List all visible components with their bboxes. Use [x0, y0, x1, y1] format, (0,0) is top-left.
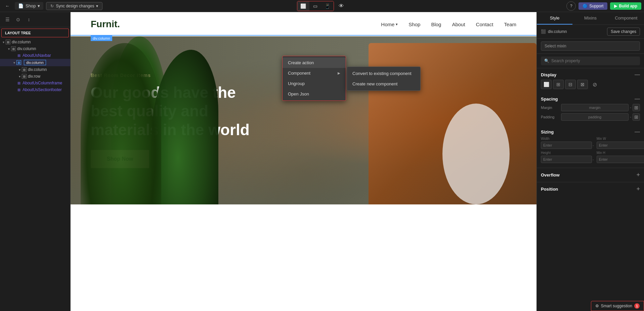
margin-label: Margin: [541, 106, 561, 110]
min-height-input[interactable]: [597, 156, 644, 163]
device-group: ⬜ ▭ 📱: [297, 1, 334, 11]
top-bar: ← 📄 Shop ▾ ↻ Sync design changes ▾ ⬜ ▭ 📱…: [0, 0, 644, 12]
sizing-section: Width - Min W - Max W: [537, 137, 644, 168]
doc-tab[interactable]: 📄 Shop ▾: [15, 2, 43, 10]
sync-icon: ↻: [50, 4, 54, 8]
save-changes-button[interactable]: Save changes: [607, 28, 640, 36]
smart-suggestion-badge: 1: [634, 303, 640, 309]
tree-item-label: AboutUsColumnframe: [23, 81, 62, 85]
smart-suggestion-label: Smart suggestion: [601, 304, 632, 308]
build-app-button[interactable]: ▶ Build app: [610, 2, 641, 10]
selection-indicator: [71, 35, 536, 36]
search-row: 🔍: [537, 54, 644, 68]
tree-item[interactable]: ▾ ▦ div.column: [0, 39, 70, 45]
height-col: Height -: [541, 151, 594, 163]
tree-items: ▾ ▦ div.column ▾ ▦ div.column ▾ ⊞ AboutU…: [0, 39, 70, 311]
tree-item-label: AboutUsSectionfooter: [23, 87, 62, 92]
tree-item-label: AboutUsNavbar: [23, 53, 51, 58]
tree-item[interactable]: ▾ ▦ div.column: [0, 45, 70, 52]
padding-plus-button[interactable]: ⊞: [633, 113, 640, 121]
smart-suggestion-icon: ⚙: [595, 304, 599, 308]
display-collapse-button[interactable]: —: [635, 72, 640, 78]
position-toggle-button[interactable]: +: [636, 186, 640, 193]
context-menu-item-label: Open Json: [288, 91, 309, 96]
display-flex-option[interactable]: ⊞: [553, 80, 564, 89]
build-label: Build app: [619, 4, 637, 8]
tree-item-label: div.column: [28, 67, 47, 72]
min-width-input-row: -: [597, 142, 644, 149]
device-desktop-button[interactable]: ⬜: [297, 1, 309, 11]
overflow-toggle-button[interactable]: +: [636, 171, 640, 179]
sidebar-layers-button[interactable]: ☰: [3, 15, 12, 24]
tree-item[interactable]: ▾ ⊞ AboutUsSectionfooter: [0, 86, 70, 93]
left-sidebar: ☰ ⊙ ↕ LAYOUT TREE ▾ ▦ div.column ▾ ▦ div…: [0, 12, 71, 311]
context-menu-item-label: Component: [288, 71, 310, 76]
overflow-section: Overflow +: [537, 168, 644, 182]
preview-navbar: Furnit. Home ▾ Shop Blog About Contact T…: [71, 12, 536, 36]
element-name: div.column: [548, 29, 567, 34]
tab-component[interactable]: Component: [608, 12, 644, 25]
context-submenu-item-convert[interactable]: Convert to existing component: [347, 68, 420, 79]
smart-suggestion[interactable]: ⚙ Smart suggestion 1: [591, 301, 644, 311]
nav-link-blog[interactable]: Blog: [431, 22, 441, 27]
tree-component-icon: ⊞: [16, 53, 21, 58]
padding-input[interactable]: [561, 113, 629, 121]
nav-link-contact[interactable]: Contact: [476, 22, 493, 27]
tree-item-selected[interactable]: ▾ ▦ div.column: [0, 59, 70, 66]
sidebar-components-button[interactable]: ⊙: [13, 15, 23, 24]
build-icon: ▶: [614, 4, 617, 8]
margin-row: Margin - ⊞: [541, 104, 640, 111]
context-menu-item-component[interactable]: Component ▶: [283, 68, 346, 78]
tree-box-icon: ▦: [16, 60, 21, 65]
height-input-row: -: [541, 156, 594, 163]
display-block-option[interactable]: ⬜: [541, 80, 552, 89]
nav-link-shop[interactable]: Shop: [409, 22, 420, 27]
nav-link-about[interactable]: About: [452, 22, 465, 27]
height-input[interactable]: [541, 156, 592, 163]
display-grid-option[interactable]: ⊟: [565, 80, 576, 89]
device-mobile-button[interactable]: 📱: [321, 1, 334, 11]
position-section-header[interactable]: Position +: [541, 182, 640, 196]
preview-button[interactable]: 👁: [335, 1, 347, 11]
tree-item[interactable]: ▾ ▦ div.column: [0, 66, 70, 73]
search-property-input[interactable]: [551, 59, 637, 63]
selected-element-label: div.column: [24, 60, 46, 65]
sizing-collapse-button[interactable]: —: [635, 129, 640, 135]
context-menu-item-create-action[interactable]: Create action: [283, 57, 346, 68]
margin-input[interactable]: [561, 104, 629, 111]
min-height-label: Min H: [597, 151, 644, 155]
tree-item-label: div.row: [28, 74, 40, 79]
tab-mixins[interactable]: Mixins: [572, 12, 608, 25]
sync-button[interactable]: ↻ Sync design changes ▾: [46, 2, 102, 10]
position-section-title: Position: [541, 187, 558, 192]
display-none-option[interactable]: ⊘: [589, 80, 600, 89]
tree-item[interactable]: ▾ ▦ div.row: [0, 73, 70, 80]
help-button[interactable]: ?: [566, 1, 576, 11]
mixin-select[interactable]: Select mixin: [541, 41, 640, 51]
nav-link-home[interactable]: Home ▾: [381, 22, 398, 27]
device-tablet-button[interactable]: ▭: [309, 1, 321, 11]
margin-plus-button[interactable]: ⊞: [633, 104, 640, 111]
mixin-row: Select mixin: [537, 39, 644, 54]
display-inline-option[interactable]: ⊠: [577, 80, 588, 89]
tab-style[interactable]: Style: [537, 12, 572, 25]
width-input[interactable]: [541, 142, 592, 149]
padding-dash: -: [630, 115, 631, 119]
tree-item[interactable]: ▾ ⊞ AboutUsNavbar: [0, 52, 70, 59]
min-width-input[interactable]: [597, 142, 644, 149]
back-button[interactable]: ←: [3, 1, 12, 11]
overflow-section-header[interactable]: Overflow +: [541, 168, 640, 182]
selection-label: div.column: [91, 36, 112, 41]
tree-component-icon: ⊞: [16, 81, 21, 85]
sidebar-assets-button[interactable]: ↕: [24, 15, 34, 24]
top-bar-left: ← 📄 Shop ▾ ↻ Sync design changes ▾: [3, 1, 294, 11]
tree-item[interactable]: ▾ ⊞ AboutUsColumnframe: [0, 80, 70, 86]
context-submenu-item-create-new[interactable]: Create new component: [347, 79, 420, 89]
support-button[interactable]: 🔵 Support: [578, 2, 607, 10]
spacing-collapse-button[interactable]: —: [635, 96, 640, 102]
min-width-col: Min W -: [597, 137, 644, 149]
nav-link-team[interactable]: Team: [504, 22, 516, 27]
context-menu-item-ungroup[interactable]: Ungroup: [283, 78, 346, 89]
context-menu-item-open-json[interactable]: Open Json: [283, 89, 346, 99]
width-input-row: -: [541, 142, 594, 149]
